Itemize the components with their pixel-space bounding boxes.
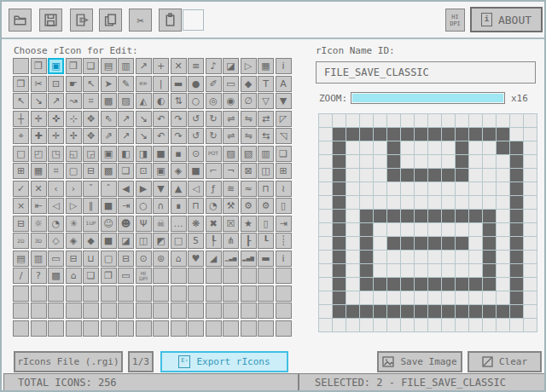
- icon-cell[interactable]: ⊟: [13, 216, 29, 232]
- canvas-pixel[interactable]: [469, 169, 482, 182]
- export-ricons-button[interactable]: E› Export rIcons: [160, 351, 288, 372]
- icon-cell[interactable]: ▧: [241, 146, 257, 162]
- canvas-pixel[interactable]: [415, 196, 427, 209]
- icon-cell[interactable]: [101, 320, 117, 337]
- canvas-pixel[interactable]: [524, 196, 537, 209]
- icon-cell[interactable]: [153, 303, 169, 319]
- canvas-pixel[interactable]: [333, 182, 346, 195]
- icon-cell[interactable]: ↺: [188, 111, 204, 127]
- canvas-pixel[interactable]: [415, 128, 427, 141]
- icon-cell[interactable]: ↗: [118, 128, 134, 144]
- icon-cell[interactable]: [31, 303, 47, 319]
- icon-cell[interactable]: ❏: [83, 58, 99, 74]
- icon-cell[interactable]: ◩: [153, 233, 169, 249]
- icon-cell[interactable]: ▯: [258, 216, 274, 232]
- canvas-pixel[interactable]: [428, 319, 441, 331]
- canvas-pixel[interactable]: [456, 169, 468, 182]
- canvas-pixel[interactable]: [442, 291, 455, 304]
- canvas-pixel[interactable]: [360, 223, 373, 236]
- icon-cell[interactable]: ◫: [258, 163, 274, 179]
- canvas-pixel[interactable]: [401, 169, 414, 182]
- canvas-pixel[interactable]: [456, 223, 468, 236]
- icon-cell[interactable]: [83, 303, 99, 319]
- icon-cell[interactable]: 1UP: [83, 216, 99, 232]
- canvas-pixel[interactable]: [387, 319, 400, 331]
- icon-cell[interactable]: [136, 303, 152, 319]
- canvas-pixel[interactable]: [401, 278, 414, 291]
- canvas-pixel[interactable]: [346, 114, 359, 127]
- canvas-pixel[interactable]: [524, 264, 537, 277]
- icon-cell[interactable]: ↷: [171, 128, 187, 144]
- canvas-pixel[interactable]: [428, 196, 441, 209]
- icon-cell[interactable]: ↘: [31, 93, 47, 109]
- canvas-pixel[interactable]: [319, 169, 332, 182]
- icon-cell[interactable]: [258, 285, 274, 302]
- icon-cell[interactable]: ↝: [66, 93, 82, 109]
- canvas-pixel[interactable]: [442, 223, 455, 236]
- icon-cell[interactable]: [206, 285, 222, 302]
- canvas-pixel[interactable]: [346, 182, 359, 195]
- canvas-pixel[interactable]: [415, 319, 427, 331]
- canvas-pixel[interactable]: [497, 278, 509, 291]
- canvas-pixel[interactable]: [374, 223, 386, 236]
- icon-cell[interactable]: T: [258, 76, 274, 92]
- canvas-pixel[interactable]: [333, 305, 346, 318]
- icon-cell[interactable]: ▣: [101, 146, 117, 162]
- icon-cell[interactable]: ⌂: [66, 268, 82, 284]
- canvas-pixel[interactable]: [333, 291, 346, 304]
- icon-cell[interactable]: ◎: [206, 93, 222, 109]
- save-image-button[interactable]: Save Image: [377, 351, 462, 372]
- icon-cell[interactable]: ↺: [188, 128, 204, 144]
- canvas-pixel[interactable]: [360, 305, 373, 318]
- canvas-pixel[interactable]: [401, 223, 414, 236]
- icon-cell[interactable]: ☼: [31, 216, 47, 232]
- icon-cell[interactable]: [171, 303, 187, 319]
- icon-cell[interactable]: ▢: [66, 163, 82, 179]
- icon-cell[interactable]: ○: [136, 198, 152, 214]
- icon-cell[interactable]: ↗: [48, 93, 64, 109]
- icon-cell[interactable]: ×: [13, 198, 29, 214]
- about-button[interactable]: i ABOUT: [470, 7, 543, 32]
- canvas-pixel[interactable]: [456, 264, 468, 277]
- icon-cell[interactable]: ▭: [118, 268, 134, 284]
- icon-cell[interactable]: ¬: [223, 163, 239, 179]
- icon-cell[interactable]: ⇅: [171, 93, 187, 109]
- canvas-pixel[interactable]: [387, 291, 400, 304]
- icon-cell[interactable]: ▷: [66, 198, 82, 214]
- canvas-pixel[interactable]: [469, 319, 482, 331]
- canvas-pixel[interactable]: [469, 251, 482, 263]
- canvas-pixel[interactable]: [415, 305, 427, 318]
- export-file-button[interactable]: [70, 9, 93, 32]
- icon-cell[interactable]: [118, 320, 134, 337]
- icon-cell[interactable]: [13, 320, 29, 337]
- canvas-pixel[interactable]: [510, 305, 523, 318]
- icon-cell[interactable]: [206, 268, 222, 284]
- icon-cell[interactable]: ✕: [171, 58, 187, 74]
- canvas-pixel[interactable]: [387, 237, 400, 250]
- icon-cell[interactable]: [206, 320, 222, 337]
- canvas-pixel[interactable]: [497, 196, 509, 209]
- icon-cell[interactable]: ❒: [66, 58, 82, 74]
- canvas-pixel[interactable]: [510, 155, 523, 168]
- icon-cell[interactable]: ❏: [83, 268, 99, 284]
- canvas-pixel[interactable]: [524, 291, 537, 304]
- icon-cell[interactable]: ✜: [48, 111, 64, 127]
- canvas-pixel[interactable]: [469, 210, 482, 222]
- canvas-pixel[interactable]: [497, 305, 509, 318]
- icon-cell[interactable]: ◨: [136, 146, 152, 162]
- icon-cell[interactable]: ◫: [136, 233, 152, 249]
- canvas-pixel[interactable]: [428, 128, 441, 141]
- icon-cell[interactable]: ⊞: [276, 163, 292, 179]
- icon-cell[interactable]: ⇖: [101, 111, 117, 127]
- icon-cell-selected[interactable]: ▣: [48, 58, 64, 74]
- icon-cell[interactable]: [171, 268, 187, 284]
- icon-cell[interactable]: ☺: [101, 216, 117, 232]
- canvas-pixel[interactable]: [387, 128, 400, 141]
- canvas-pixel[interactable]: [483, 223, 496, 236]
- canvas-pixel[interactable]: [442, 264, 455, 277]
- icon-cell[interactable]: ⇋: [241, 111, 257, 127]
- icon-cell[interactable]: ◔: [206, 198, 222, 214]
- canvas-pixel[interactable]: [524, 319, 537, 331]
- icon-cell[interactable]: ▽: [258, 93, 274, 109]
- canvas-pixel[interactable]: [319, 305, 332, 318]
